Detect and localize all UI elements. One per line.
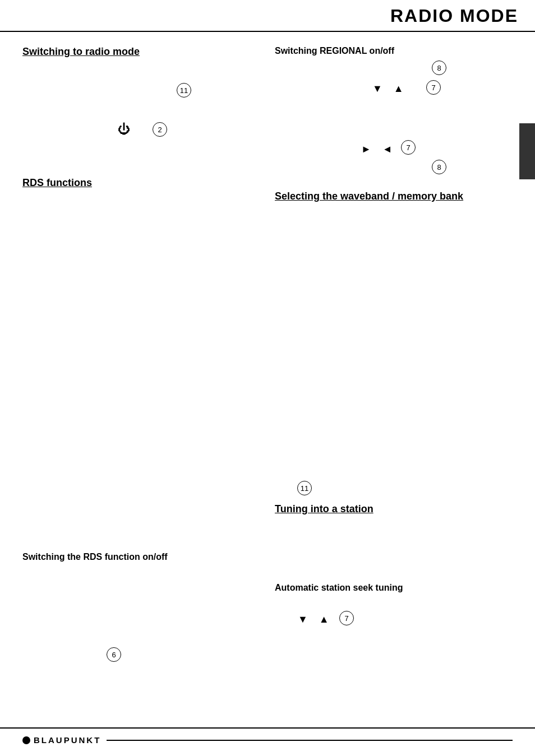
rds-functions-title: RDS functions (22, 177, 92, 189)
up-arrow-regional: ▲ (394, 83, 404, 95)
circle-2: 2 (153, 122, 167, 137)
left-arrow-lower: ◄ (382, 143, 393, 155)
auto-station-seek-title: Automatic station seek tuning (275, 583, 403, 593)
down-arrow-regional: ▼ (372, 83, 382, 95)
tuning-station-title: Tuning into a station (275, 503, 373, 515)
circle-11-top: 11 (177, 83, 191, 98)
waveband-section-title: Selecting the waveband / memory bank (275, 191, 463, 202)
circle-8-regional-top: 8 (432, 61, 446, 75)
circle-7-regional-right: 7 (426, 80, 441, 95)
switching-radio-title: Switching to radio mode (22, 46, 140, 58)
right-arrow-lower: ► (361, 143, 371, 155)
circle-11-right-bottom: 11 (297, 481, 312, 495)
circle-7-auto: 7 (339, 611, 354, 625)
blaupunkt-logo: BLAUPUNKT (22, 735, 101, 745)
power-area: ⏻ 2 (118, 122, 167, 137)
circle-8-lower: 8 (432, 160, 446, 174)
circle-7-lower: 7 (401, 140, 416, 155)
auto-seek-arrows-row: ▼ ▲ (296, 614, 331, 625)
switching-rds-onoff-title: Switching the RDS function on/off (22, 552, 168, 562)
lower-arrows-row: ► ◄ (359, 143, 395, 155)
power-icon: ⏻ (118, 122, 130, 137)
down-arrow-auto: ▼ (298, 614, 308, 625)
logo-dot (22, 736, 30, 744)
sidebar-tab (519, 123, 535, 179)
footer-line (107, 740, 513, 741)
page-title: RADIO MODE (390, 6, 518, 26)
footer: BLAUPUNKT (0, 727, 535, 745)
brand-name: BLAUPUNKT (34, 735, 101, 745)
circle-6: 6 (107, 647, 121, 662)
up-arrow-auto: ▲ (319, 614, 329, 625)
regional-arrows-row: ▼ ▲ (370, 83, 406, 95)
switching-regional-title: Switching REGIONAL on/off (275, 46, 394, 56)
header: RADIO MODE (0, 0, 535, 32)
